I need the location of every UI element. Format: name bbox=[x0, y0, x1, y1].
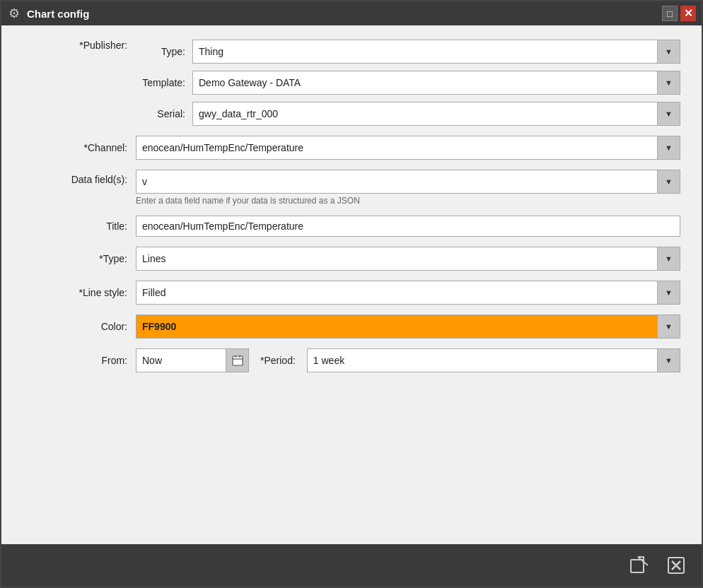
from-value: Now bbox=[136, 351, 226, 370]
window-title: Chart config bbox=[27, 8, 656, 20]
close-icon-button[interactable] bbox=[662, 551, 690, 580]
type-select[interactable]: Thing bbox=[192, 40, 680, 64]
serial-row: Serial: gwy_data_rtr_000 bbox=[136, 102, 680, 126]
chart-type-dropdown-arrow[interactable] bbox=[657, 247, 680, 270]
footer bbox=[1, 544, 702, 587]
chart-type-value: Lines bbox=[136, 249, 657, 269]
title-row: Title: bbox=[23, 216, 680, 237]
serial-select[interactable]: gwy_data_rtr_000 bbox=[192, 102, 680, 126]
template-dropdown-arrow[interactable] bbox=[657, 71, 680, 94]
data-fields-value: v bbox=[136, 172, 657, 192]
type-value: Thing bbox=[193, 42, 657, 61]
data-fields-hint: Enter a data field name if your data is … bbox=[136, 196, 680, 206]
minimize-button[interactable]: □ bbox=[662, 6, 678, 21]
publisher-row: *Publisher: Type: Thing Template: Demo G… bbox=[23, 40, 680, 126]
channel-select[interactable]: enocean/HumTempEnc/Temperature bbox=[136, 136, 680, 160]
color-label: Color: bbox=[23, 321, 136, 332]
data-fields-row: Data field(s): v Enter a data field name… bbox=[23, 170, 680, 206]
close-button[interactable]: ✕ bbox=[680, 6, 696, 21]
data-fields-dropdown-arrow[interactable] bbox=[657, 170, 680, 193]
svg-rect-4 bbox=[631, 560, 644, 572]
title-bar: ⚙ Chart config □ ✕ bbox=[1, 1, 702, 25]
data-fields-label: Data field(s): bbox=[23, 170, 136, 185]
title-label: Title: bbox=[23, 220, 136, 232]
title-input[interactable] bbox=[136, 216, 680, 237]
type-row: Type: Thing bbox=[136, 40, 680, 64]
color-dropdown-arrow[interactable] bbox=[657, 315, 680, 338]
template-value: Demo Gateway - DATA bbox=[193, 73, 657, 93]
data-fields-select[interactable]: v bbox=[136, 170, 680, 194]
form-content: *Publisher: Type: Thing Template: Demo G… bbox=[1, 25, 702, 544]
line-style-dropdown-arrow[interactable] bbox=[657, 281, 680, 304]
from-period-row: From: Now *Period: 1 week bbox=[23, 348, 680, 372]
channel-dropdown-arrow[interactable] bbox=[657, 136, 680, 159]
from-label: From: bbox=[23, 355, 136, 366]
template-select[interactable]: Demo Gateway - DATA bbox=[192, 71, 680, 95]
period-dropdown-arrow[interactable] bbox=[657, 349, 680, 372]
chart-config-window: ⚙ Chart config □ ✕ *Publisher: Type: Thi… bbox=[0, 0, 703, 588]
serial-dropdown-arrow[interactable] bbox=[657, 102, 680, 125]
period-select[interactable]: 1 week bbox=[307, 348, 680, 372]
period-value: 1 week bbox=[308, 351, 657, 370]
type-label: Type: bbox=[136, 46, 192, 57]
serial-label: Serial: bbox=[136, 108, 192, 119]
from-input[interactable]: Now bbox=[136, 348, 249, 372]
publisher-label: *Publisher: bbox=[23, 40, 136, 51]
calendar-button[interactable] bbox=[226, 349, 248, 372]
type-dropdown-arrow[interactable] bbox=[657, 40, 680, 63]
template-label: Template: bbox=[136, 77, 192, 88]
channel-value: enocean/HumTempEnc/Temperature bbox=[136, 138, 657, 158]
color-row: Color: FF9900 bbox=[23, 314, 680, 339]
chart-type-select[interactable]: Lines bbox=[136, 247, 680, 271]
window-icon: ⚙ bbox=[7, 6, 21, 20]
chart-type-row: *Type: Lines bbox=[23, 247, 680, 271]
publisher-section: Type: Thing Template: Demo Gateway - DAT… bbox=[136, 40, 680, 126]
line-style-select[interactable]: Filled bbox=[136, 281, 680, 305]
line-style-label: *Line style: bbox=[23, 287, 136, 298]
serial-value: gwy_data_rtr_000 bbox=[193, 104, 657, 124]
color-value: FF9900 bbox=[136, 317, 657, 336]
color-select[interactable]: FF9900 bbox=[136, 314, 680, 339]
line-style-row: *Line style: Filled bbox=[23, 281, 680, 305]
channel-row: *Channel: enocean/HumTempEnc/Temperature bbox=[23, 136, 680, 160]
svg-rect-0 bbox=[233, 356, 243, 365]
period-label: *Period: bbox=[260, 355, 296, 366]
window-controls: □ ✕ bbox=[662, 6, 696, 21]
line-style-value: Filled bbox=[136, 283, 657, 302]
data-fields-group: v Enter a data field name if your data i… bbox=[136, 170, 680, 206]
channel-label: *Channel: bbox=[23, 142, 136, 153]
template-row: Template: Demo Gateway - DATA bbox=[136, 71, 680, 95]
chart-type-label: *Type: bbox=[23, 253, 136, 264]
export-button[interactable] bbox=[625, 551, 653, 580]
